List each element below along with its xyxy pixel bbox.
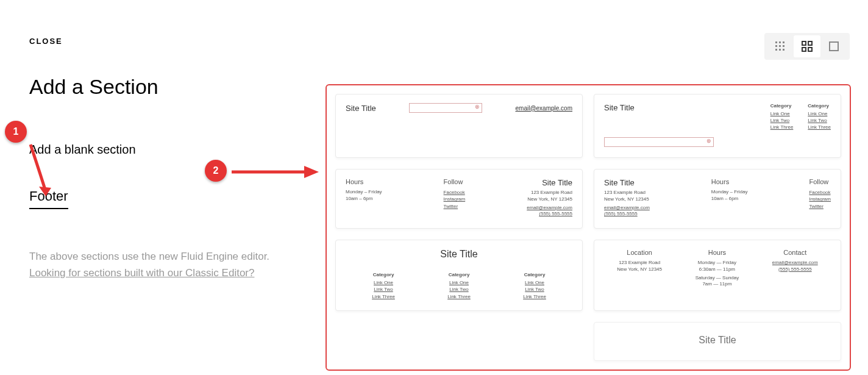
site-title: Site Title: [346, 249, 572, 260]
classic-editor-link[interactable]: Looking for sections built with our Clas…: [29, 267, 254, 279]
site-title: Site Title: [604, 178, 650, 187]
search-input: [604, 137, 714, 147]
link-list: Link One Link Two Link Three: [808, 110, 831, 131]
address: 123 Example RoadNew York, NY 12345: [527, 190, 572, 202]
page-title: Add a Section: [29, 75, 301, 99]
email-link: email@example.com: [515, 105, 572, 112]
view-grid-large-button[interactable]: [794, 35, 820, 57]
svg-rect-9: [802, 41, 806, 45]
footer-template-6[interactable]: Location 123 Example RoadNew York, NY 12…: [594, 240, 841, 311]
add-blank-section-button[interactable]: Add a blank section: [29, 143, 301, 157]
annotation-2: 2: [205, 160, 227, 182]
contact-header: Contact: [772, 249, 818, 256]
category-header: Category: [770, 103, 794, 109]
contact-links: email@example.com(555) 555-5555: [604, 205, 650, 218]
svg-rect-8: [783, 49, 784, 51]
annotation-badge: 1: [5, 121, 27, 143]
annotation-1-arrow-icon: [18, 141, 55, 202]
svg-rect-3: [775, 45, 777, 47]
svg-rect-2: [783, 41, 784, 43]
svg-rect-4: [779, 45, 781, 47]
svg-rect-5: [783, 45, 784, 47]
contact-links: email@example.com(555) 555-5555: [527, 205, 572, 218]
footer-template-2[interactable]: Site Title Category Link One Link Two Li…: [594, 94, 841, 158]
hours-text: Monday – Friday10am – 6pm: [346, 189, 382, 202]
annotation-1: 1: [5, 121, 27, 143]
svg-rect-10: [808, 41, 812, 45]
hours-header: Hours: [711, 178, 748, 185]
svg-rect-11: [802, 48, 806, 51]
link: Link Three: [808, 124, 831, 130]
contact-links: email@example.com(555) 555-5555: [772, 260, 818, 273]
site-title: Site Title: [527, 178, 572, 187]
single-icon: [828, 41, 839, 52]
location-header: Location: [617, 249, 662, 256]
hours-header: Hours: [346, 178, 382, 185]
link-list: Link OneLink TwoLink Three: [447, 279, 471, 300]
site-title: Site Title: [604, 103, 635, 112]
view-toggle: [764, 33, 850, 60]
search-input: [409, 103, 482, 113]
link: Link One: [808, 110, 831, 117]
view-single-button[interactable]: [820, 35, 847, 57]
annotation-badge: 2: [205, 160, 227, 182]
footer-template-1[interactable]: Site Title email@example.com: [335, 94, 583, 158]
address: 123 Example RoadNew York, NY 12345: [604, 190, 650, 202]
link-list: Link OneLink TwoLink Three: [523, 279, 546, 300]
hours-text: Monday — Friday6:30am — 11pm Saturday — …: [695, 260, 739, 288]
close-button[interactable]: CLOSE: [29, 37, 301, 46]
link-list: Link One Link Two Link Three: [770, 110, 794, 131]
view-grid-small-button[interactable]: [767, 35, 794, 57]
social-links: FacebookInstagramTwitter: [444, 189, 466, 210]
annotation-2-arrow-icon: [229, 165, 326, 183]
follow-header: Follow: [444, 178, 466, 185]
link: Link Three: [770, 124, 794, 130]
svg-rect-0: [775, 41, 777, 43]
category-header: Category: [808, 103, 831, 109]
follow-header: Follow: [809, 178, 831, 185]
svg-rect-13: [830, 42, 838, 51]
svg-rect-6: [775, 49, 777, 51]
hours-text: Monday – Friday10am – 6pm: [711, 189, 748, 202]
category-header: Category: [523, 272, 546, 277]
footer-template-5[interactable]: Site Title Category Link OneLink TwoLink…: [335, 240, 583, 311]
address: 123 Example RoadNew York, NY 12345: [617, 260, 662, 273]
grid-small-icon: [775, 41, 786, 52]
link: Link One: [770, 110, 794, 117]
note-prefix: The above sections use the new Fluid Eng…: [29, 251, 269, 262]
category-header: Category: [447, 272, 471, 277]
svg-rect-12: [808, 48, 812, 51]
grid-large-icon: [802, 41, 813, 52]
footer-template-3[interactable]: Hours Monday – Friday10am – 6pm Follow F…: [335, 169, 583, 229]
social-links: FacebookInstagramTwitter: [809, 189, 831, 210]
templates-grid: Site Title email@example.com Site Title …: [326, 84, 851, 371]
site-title: Site Title: [346, 104, 376, 113]
link: Link Two: [770, 117, 794, 124]
hours-header: Hours: [695, 249, 739, 256]
link-list: Link OneLink TwoLink Three: [372, 279, 395, 300]
footer-template-4[interactable]: Site Title 123 Example RoadNew York, NY …: [594, 169, 841, 229]
site-title: Site Title: [607, 335, 828, 346]
link: Link Two: [808, 117, 831, 124]
note-text: The above sections use the new Fluid Eng…: [29, 248, 301, 281]
footer-template-7[interactable]: Site Title: [594, 322, 841, 361]
svg-rect-1: [779, 41, 781, 43]
svg-rect-7: [779, 49, 781, 51]
category-header: Category: [372, 272, 395, 277]
